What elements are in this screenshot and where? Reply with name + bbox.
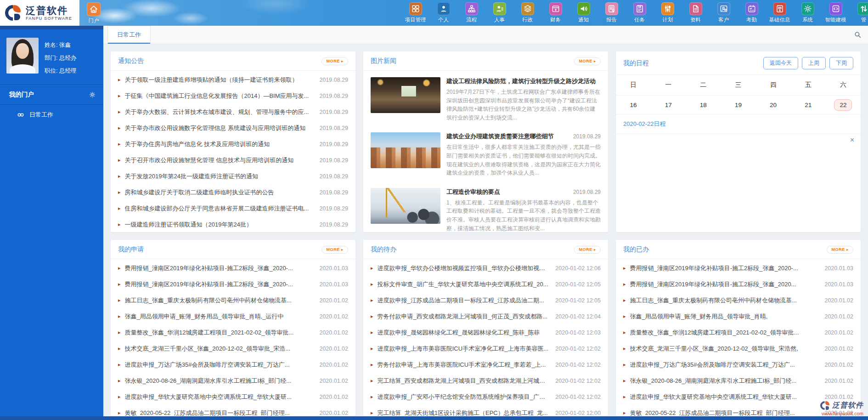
calendar-button-上周[interactable]: 上周: [802, 57, 826, 69]
nav-item-财务[interactable]: ¥ 财务: [541, 2, 569, 23]
gear-icon[interactable]: [89, 91, 96, 98]
schedule-date-label: 2020-02-22日程: [616, 114, 861, 134]
list-item[interactable]: ▸ 张永银_2020-08-26_湖南洞庭湖水库引水工程施工I标_部门经... …: [616, 373, 861, 389]
news-item[interactable]: 工程造价审核的要点 2019.08.29 1、核准工程量。工程量是编制决算书最基…: [363, 182, 608, 232]
calendar-date-19[interactable]: 19: [721, 102, 755, 108]
nav-item-项目管理[interactable]: 项目管理: [401, 2, 429, 23]
list-item[interactable]: ▸ 住房和城乡建设部办公厅关于同意吉林省开展二级建造师注册证书电... 2019…: [111, 200, 355, 216]
nav-item-个人[interactable]: 个人: [429, 2, 457, 23]
bullet-icon: ▸: [118, 266, 121, 271]
list-item-text: 完工结算_西安成都路龙湖上河城项目_西安成都路龙湖上河城项...: [378, 377, 549, 385]
list-item[interactable]: ▸ 施工日志_张鑫_重庆太极制药有限公司亳州中药材仓储物流基... 2020.0…: [616, 292, 861, 308]
nav-item-管[interactable]: 管: [850, 2, 868, 23]
calendar-button-返回今天[interactable]: 返回今天: [763, 57, 798, 69]
nav-item-系统[interactable]: 系统: [794, 2, 822, 23]
nav-item-通知[interactable]: 通知: [569, 2, 597, 23]
nav-item-任务[interactable]: 任务: [626, 2, 654, 23]
list-item-text: 关于举办市政公用设施数字化管理信息 系统建设与应用培训班的通知: [125, 124, 313, 132]
list-item[interactable]: ▸ 张鑫_用品领用申请_账簿_财务用品_领导审批_肖晴,_运行中 2020.01…: [111, 308, 355, 324]
nav-item-基础信息[interactable]: ¥ 基础信息: [766, 2, 794, 23]
list-item[interactable]: ▸ 关于领取一级注册建造师增项贴的通知（须持一建证书前来领取） 2019.08.…: [111, 72, 355, 88]
list-item[interactable]: ▸ 完工结算_龙湖天街城1区设计采购施工（EPC）总承包工程_龙... 2020…: [363, 405, 608, 416]
nav-item-客户[interactable]: 客户: [710, 2, 738, 23]
more-button[interactable]: MORE: [574, 246, 601, 254]
list-item[interactable]: ▸ 施工日志_张鑫_重庆太极制药有限公司亳州中药材仓储物流基... 2020.0…: [111, 292, 355, 308]
list-item-text: 进度款申报_华软大厦研究基地中央空调系统工程_华软大厦研...: [630, 393, 818, 401]
list-item[interactable]: ▸ 技术交底_龙湖三千里小区_张鑫_2020-12-02_领导审批_宋浩然, 2…: [616, 341, 861, 357]
list-item-date: 2020-01-02 12:02: [555, 378, 601, 384]
list-item[interactable]: ▸ 进度款申报_江苏成品油二期项目一标段工程_江苏成品油二期... 2020-0…: [363, 292, 608, 308]
list-item[interactable]: ▸ 张永银_2020-08-26_湖南洞庭湖水库引水工程施工I标_部门经... …: [111, 373, 355, 389]
list-item-text: 张鑫_用品领用申请_账簿_财务用品_领导审批_肖晴,: [630, 312, 818, 321]
list-item[interactable]: ▸ 进度款申报_晟铭园林绿化工程_晟铭园林绿化工程_陈菲_陈菲 2020-01-…: [363, 324, 608, 341]
nav-item-portal[interactable]: 门户: [85, 2, 102, 24]
calendar-button-下周[interactable]: 下周: [829, 57, 853, 69]
list-item[interactable]: ▸ 进度款申报_万达广场35#会所及咖啡厅空调安装工程_万达广... 2020.…: [616, 357, 861, 373]
list-item[interactable]: ▸ 费用报销_潼南区2019年绿化补贴项目-施工2标段_张鑫_2020-... …: [616, 260, 861, 276]
list-item[interactable]: ▸ 关于召开市政公用设施智慧化管理 信息技术与应用培训班的通知 2019.08.…: [111, 152, 355, 168]
calendar-date-20[interactable]: 20: [756, 102, 791, 108]
nav-item-报告[interactable]: 报告: [597, 2, 626, 23]
news-title: 建设工程法律风险防范，建筑行业转型升级之路沙龙活动: [446, 77, 596, 85]
news-item[interactable]: 建筑企业办理建筑资质需要注意哪些细节 2019.08.29 在日常生活中，很多人…: [363, 127, 608, 182]
list-item[interactable]: ▸ 关于发放2019年第24批一级建造师注册证书的通知 2019.08.29: [111, 168, 355, 184]
list-item-date: 2020-01-02 12:06: [555, 265, 601, 272]
list-item[interactable]: ▸ 进度款申报_广安邓小平纪念馆安全防范系统维护保养项目_广安... 2020-…: [363, 389, 608, 405]
list-item[interactable]: ▸ 进度款申报_华软办公楼增加视频监控项目_华软办公楼增加视频... 2020-…: [363, 260, 608, 276]
list-item[interactable]: ▸ 劳务付款申请_西安成都路龙湖上河城项目_何正茂_西安成都路... 2020-…: [363, 308, 608, 324]
list-item[interactable]: ▸ 关于举办市政公用设施数字化管理信息 系统建设与应用培训班的通知 2019.0…: [111, 120, 355, 136]
search-icon[interactable]: [854, 31, 862, 39]
list-item[interactable]: ▸ 张鑫_用品领用申请_账簿_财务用品_领导审批_肖晴, 2020.01.02: [616, 308, 861, 324]
news-item[interactable]: 建设工程法律风险防范，建筑行业转型升级之路沙龙活动 2019年7月27日下午，土…: [363, 72, 608, 127]
nav-item-考勤[interactable]: 考勤: [738, 2, 766, 23]
calendar-date-22[interactable]: 22: [826, 102, 861, 108]
list-item-date: 2020.01.02: [824, 329, 853, 336]
main-area: 日常工作 通知公告 MORE ▸ 关于领取一级注册建造师增项贴的通知（须持一建证…: [103, 26, 868, 416]
more-button[interactable]: MORE: [321, 57, 348, 65]
nav-item-人事[interactable]: 人事: [485, 2, 513, 23]
tab-daily-work[interactable]: 日常工作: [107, 26, 151, 44]
calendar-date-18[interactable]: 18: [686, 102, 721, 108]
nav-item-资料[interactable]: 资料: [682, 2, 710, 23]
more-button[interactable]: MORE: [827, 246, 853, 254]
list-item[interactable]: ▸ 一级建造师注册证书领取通知（2019年第24批） 2019.08.29: [111, 216, 355, 232]
list-item[interactable]: ▸ 进度款申报_上海市美容医院ICU手术室净化工程_上海市美容医... 2020…: [363, 341, 608, 357]
list-item-date: 2020.01.02: [319, 410, 348, 416]
calendar-date-21[interactable]: 21: [791, 102, 826, 108]
calendar-date-17[interactable]: 17: [651, 102, 686, 108]
calendar-date-selected: 22: [834, 99, 852, 111]
list-item[interactable]: ▸ 于征集《中国建筑施工行业信息化发展报告（2014）—BIM应用与发... 2…: [111, 88, 355, 104]
list-item[interactable]: ▸ 进度款申报_万达广场35#会所及咖啡厅空调安装工程_万达广... 2020.…: [111, 357, 355, 373]
bullet-icon: ▸: [623, 298, 626, 303]
list-item[interactable]: ▸ 技术交底_龙湖三千里小区_张鑫_2020-12-02_领导审批_宋浩... …: [111, 341, 355, 357]
sidebar-item-daily-work[interactable]: 日常工作: [0, 105, 103, 125]
list-item-date: 2020-01-02 12:02: [555, 394, 601, 400]
list-item[interactable]: ▸ 黄敏_2020-05-22_江苏成品油二期项目一标段工程_部门经理... 2…: [111, 405, 355, 416]
more-button[interactable]: MORE: [574, 57, 601, 65]
list-item-text: 质量整改_张鑫_华润12城房建工程项目_2021-02-02_领导审批...: [630, 329, 818, 337]
dashboard-grid: 通知公告 MORE ▸ 关于领取一级注册建造师增项贴的通知（须持一建证书前来领取…: [103, 44, 868, 416]
list-item[interactable]: ▸ 完工结算_西安成都路龙湖上河城项目_西安成都路龙湖上河城项... 2020-…: [363, 373, 608, 389]
nav-item-计划[interactable]: 计划: [654, 2, 682, 23]
list-item[interactable]: ▸ 进度款申报_华软大厦研究基地中央空调系统工程_华软大厦研... 2020.0…: [111, 389, 355, 405]
list-item[interactable]: ▸ 关于举办住房与房地产信息化 技术及应用培训班的通知 2019.08.29: [111, 136, 355, 152]
list-item-text: 关于召开市政公用设施智慧化管理 信息技术与应用培训班的通知: [125, 156, 313, 165]
list-item[interactable]: ▸ 投标文件审查_胡广生_华软大厦研究基地中央空调系统工程_20... 2020…: [363, 276, 608, 292]
list-item[interactable]: ▸ 质量整改_张鑫_华润12城房建工程项目_2021-02-02_领导审批...…: [616, 324, 861, 341]
panel-my-todos: 我的待办 MORE ▸ 进度款申报_华软办公楼增加视频监控项目_华软办公楼增加视…: [363, 239, 609, 416]
close-icon[interactable]: ×: [850, 136, 854, 144]
nav-item-流程[interactable]: 流程: [457, 2, 485, 23]
list-item[interactable]: ▸ 费用报销_潼南区2019年绿化补贴项目-施工2标段_张鑫_2020... 2…: [616, 276, 861, 292]
calendar-date-16[interactable]: 16: [616, 102, 651, 108]
nav-item-行政[interactable]: 行政: [513, 2, 541, 23]
list-item[interactable]: ▸ 费用报销_潼南区2019年绿化补贴项目-施工2标段_张鑫_2020-... …: [111, 276, 355, 292]
list-item[interactable]: ▸ 劳务付款申请_上海市美容医院ICU手术室净化工程_李若若_上... 2020…: [363, 357, 608, 373]
list-item[interactable]: ▸ 质量整改_张鑫_华润12城房建工程项目_2021-02-02_领导审批...…: [111, 324, 355, 341]
home-icon: [87, 2, 101, 16]
more-button[interactable]: MORE: [321, 246, 348, 254]
nav-item-智能建模[interactable]: 智能建模: [822, 2, 850, 23]
list-item[interactable]: ▸ 关于举办大数据、云计算技术在城市建设、规划、管理与服务中的应... 2019…: [111, 104, 355, 120]
list-item[interactable]: ▸ 房和城乡建设厅关于取消二级建造师临时执业证书的公告 2019.08.29: [111, 184, 355, 200]
list-item[interactable]: ▸ 费用报销_潼南区2019年绿化补贴项目-施工2标段_张鑫_2020-... …: [111, 260, 355, 276]
code-icon: [829, 2, 842, 15]
